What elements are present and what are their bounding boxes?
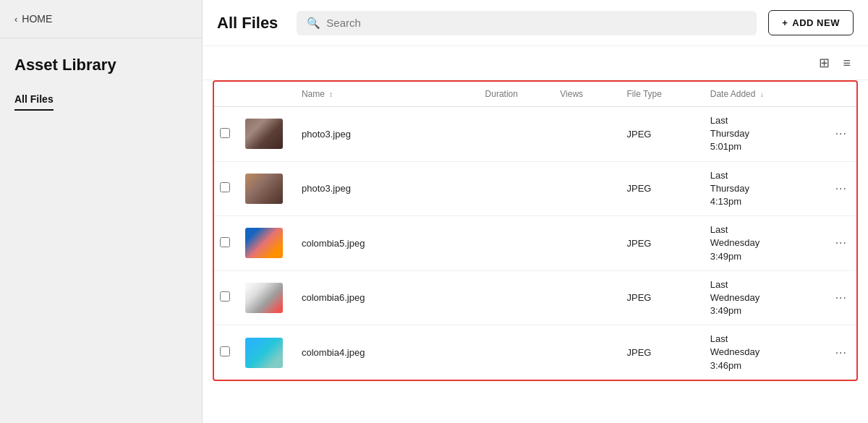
more-options-icon[interactable]: ··· — [835, 346, 847, 359]
file-thumbnail — [245, 338, 283, 368]
file-type: JPEG — [621, 270, 704, 325]
file-date-added: Last Thursday 4:13pm — [705, 161, 830, 216]
file-date-added: Last Wednesday 3:49pm — [705, 270, 830, 325]
sidebar-nav: All Files — [0, 82, 202, 118]
col-date-header[interactable]: Date Added ↓ — [705, 82, 830, 107]
row-actions[interactable]: ··· — [830, 216, 856, 271]
view-toolbar: ⊞ ≡ — [203, 46, 868, 80]
more-options-icon[interactable]: ··· — [835, 182, 847, 195]
selection-outline: Name ↕ Duration Views File Type Date Add… — [213, 80, 858, 381]
file-thumbnail — [245, 174, 283, 204]
row-checkbox[interactable] — [220, 128, 230, 138]
col-filetype-header: File Type — [621, 82, 704, 107]
search-box[interactable]: 🔍 — [297, 11, 757, 35]
file-type: JPEG — [621, 161, 704, 216]
table-row: colombia5.jpegJPEGLast Wednesday 3:49pm·… — [214, 216, 856, 271]
row-checkbox[interactable] — [220, 346, 230, 356]
file-date-added: Last Thursday 5:01pm — [705, 107, 830, 162]
more-options-icon[interactable]: ··· — [835, 236, 847, 249]
file-name[interactable]: colombia5.jpeg — [296, 216, 480, 271]
file-name[interactable]: photo3.jpeg — [296, 161, 480, 216]
more-options-icon[interactable]: ··· — [835, 291, 847, 304]
main-content: All Files 🔍 + ADD NEW ⊞ ≡ Name — [203, 0, 868, 423]
page-title: All Files — [217, 14, 278, 33]
file-duration — [480, 216, 555, 271]
search-input[interactable] — [326, 17, 746, 29]
row-actions[interactable]: ··· — [830, 325, 856, 380]
file-type: JPEG — [621, 107, 704, 162]
file-name[interactable]: photo3.jpeg — [296, 107, 480, 162]
file-views — [554, 107, 621, 162]
file-duration — [480, 325, 555, 380]
date-sort-icon: ↓ — [760, 90, 764, 98]
col-duration-header: Duration — [480, 82, 555, 107]
col-checkbox — [214, 82, 239, 107]
file-thumbnail — [245, 283, 283, 313]
file-duration — [480, 270, 555, 325]
row-actions[interactable]: ··· — [830, 107, 856, 162]
table-wrapper: Name ↕ Duration Views File Type Date Add… — [203, 80, 868, 423]
files-table: Name ↕ Duration Views File Type Date Add… — [214, 82, 856, 380]
search-icon: 🔍 — [307, 17, 320, 30]
row-checkbox[interactable] — [220, 291, 230, 302]
sidebar-item-all-files[interactable]: All Files — [14, 89, 54, 111]
table-row: photo3.jpegJPEGLast Thursday 5:01pm··· — [214, 107, 856, 162]
add-new-button[interactable]: + ADD NEW — [768, 10, 854, 35]
file-duration — [480, 107, 555, 162]
file-views — [554, 270, 621, 325]
file-name[interactable]: colombia4.jpeg — [296, 325, 480, 380]
col-thumbnail — [239, 82, 296, 107]
file-date-added: Last Wednesday 3:49pm — [705, 216, 830, 271]
file-thumbnail — [245, 119, 283, 149]
row-checkbox[interactable] — [220, 237, 230, 247]
row-actions[interactable]: ··· — [830, 270, 856, 325]
file-type: JPEG — [621, 325, 704, 380]
file-views — [554, 216, 621, 271]
file-date-added: Last Wednesday 3:46pm — [705, 325, 830, 380]
add-new-label: ADD NEW — [792, 17, 840, 28]
file-duration — [480, 161, 555, 216]
table-row: colombia6.jpegJPEGLast Wednesday 3:49pm·… — [214, 270, 856, 325]
home-label: HOME — [22, 13, 52, 25]
name-sort-icon: ↕ — [329, 90, 333, 98]
home-link[interactable]: ‹ HOME — [0, 0, 202, 38]
table-row: photo3.jpegJPEGLast Thursday 4:13pm··· — [214, 161, 856, 216]
file-thumbnail — [245, 228, 283, 258]
library-title: Asset Library — [0, 38, 202, 82]
table-header-row: Name ↕ Duration Views File Type Date Add… — [214, 82, 856, 107]
table-row: colombia4.jpegJPEGLast Wednesday 3:46pm·… — [214, 325, 856, 380]
file-name[interactable]: colombia6.jpeg — [296, 270, 480, 325]
plus-icon: + — [782, 17, 788, 28]
chevron-left-icon: ‹ — [14, 14, 17, 25]
col-name-header[interactable]: Name ↕ — [296, 82, 480, 107]
more-options-icon[interactable]: ··· — [835, 127, 847, 140]
col-views-header: Views — [554, 82, 621, 107]
col-actions-header — [830, 82, 856, 107]
grid-view-icon[interactable]: ⊞ — [816, 54, 833, 72]
page-header: All Files 🔍 + ADD NEW — [203, 0, 868, 46]
row-checkbox[interactable] — [220, 182, 230, 192]
sidebar: ‹ HOME Asset Library All Files — [0, 0, 203, 423]
file-views — [554, 161, 621, 216]
row-actions[interactable]: ··· — [830, 161, 856, 216]
file-type: JPEG — [621, 216, 704, 271]
list-view-icon[interactable]: ≡ — [840, 54, 854, 72]
file-views — [554, 325, 621, 380]
